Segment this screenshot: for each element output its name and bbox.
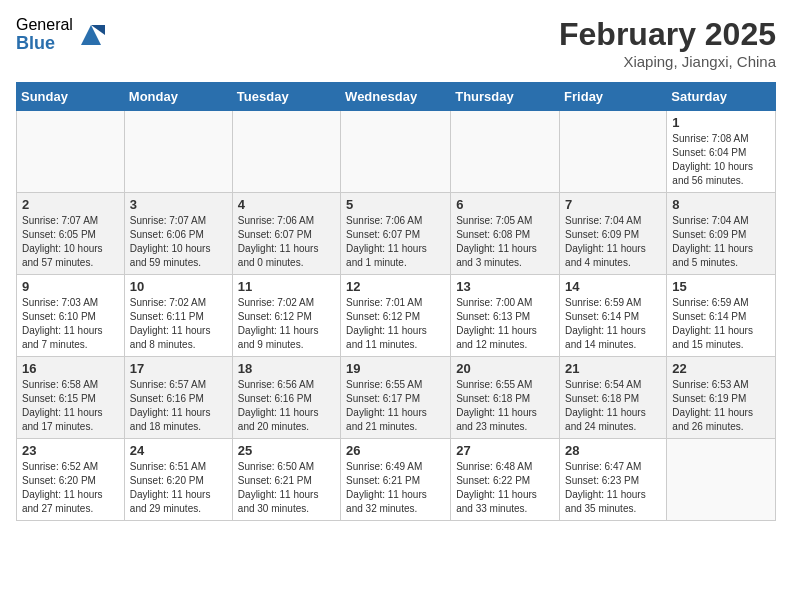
title-block: February 2025 Xiaping, Jiangxi, China [559,16,776,70]
day-info: Sunrise: 7:01 AMSunset: 6:12 PMDaylight:… [346,296,445,352]
calendar-cell: 28Sunrise: 6:47 AMSunset: 6:23 PMDayligh… [560,439,667,521]
day-number: 5 [346,197,445,212]
day-info: Sunrise: 6:55 AMSunset: 6:18 PMDaylight:… [456,378,554,434]
day-info: Sunrise: 6:56 AMSunset: 6:16 PMDaylight:… [238,378,335,434]
day-number: 6 [456,197,554,212]
day-info: Sunrise: 6:58 AMSunset: 6:15 PMDaylight:… [22,378,119,434]
calendar-cell [667,439,776,521]
calendar-cell: 16Sunrise: 6:58 AMSunset: 6:15 PMDayligh… [17,357,125,439]
day-info: Sunrise: 6:48 AMSunset: 6:22 PMDaylight:… [456,460,554,516]
logo-blue: Blue [16,34,73,54]
calendar-body: 1Sunrise: 7:08 AMSunset: 6:04 PMDaylight… [17,111,776,521]
calendar-week-row: 23Sunrise: 6:52 AMSunset: 6:20 PMDayligh… [17,439,776,521]
logo: General Blue [16,16,105,53]
calendar-cell: 21Sunrise: 6:54 AMSunset: 6:18 PMDayligh… [560,357,667,439]
day-number: 19 [346,361,445,376]
calendar-cell: 27Sunrise: 6:48 AMSunset: 6:22 PMDayligh… [451,439,560,521]
calendar-week-row: 16Sunrise: 6:58 AMSunset: 6:15 PMDayligh… [17,357,776,439]
calendar-week-row: 2Sunrise: 7:07 AMSunset: 6:05 PMDaylight… [17,193,776,275]
calendar-cell: 10Sunrise: 7:02 AMSunset: 6:11 PMDayligh… [124,275,232,357]
weekday-header: Thursday [451,83,560,111]
calendar-header: SundayMondayTuesdayWednesdayThursdayFrid… [17,83,776,111]
day-number: 13 [456,279,554,294]
calendar-cell: 18Sunrise: 6:56 AMSunset: 6:16 PMDayligh… [232,357,340,439]
day-number: 11 [238,279,335,294]
day-number: 2 [22,197,119,212]
day-number: 23 [22,443,119,458]
weekday-header: Friday [560,83,667,111]
page-header: General Blue February 2025 Xiaping, Jian… [16,16,776,70]
calendar-cell: 25Sunrise: 6:50 AMSunset: 6:21 PMDayligh… [232,439,340,521]
day-number: 4 [238,197,335,212]
calendar-cell: 11Sunrise: 7:02 AMSunset: 6:12 PMDayligh… [232,275,340,357]
day-info: Sunrise: 6:54 AMSunset: 6:18 PMDaylight:… [565,378,661,434]
day-info: Sunrise: 7:08 AMSunset: 6:04 PMDaylight:… [672,132,770,188]
day-info: Sunrise: 6:52 AMSunset: 6:20 PMDaylight:… [22,460,119,516]
day-number: 10 [130,279,227,294]
calendar-table: SundayMondayTuesdayWednesdayThursdayFrid… [16,82,776,521]
logo-general: General [16,16,73,34]
day-info: Sunrise: 6:49 AMSunset: 6:21 PMDaylight:… [346,460,445,516]
calendar-cell: 22Sunrise: 6:53 AMSunset: 6:19 PMDayligh… [667,357,776,439]
calendar-cell: 8Sunrise: 7:04 AMSunset: 6:09 PMDaylight… [667,193,776,275]
day-info: Sunrise: 7:04 AMSunset: 6:09 PMDaylight:… [565,214,661,270]
day-info: Sunrise: 7:07 AMSunset: 6:06 PMDaylight:… [130,214,227,270]
weekday-row: SundayMondayTuesdayWednesdayThursdayFrid… [17,83,776,111]
day-number: 28 [565,443,661,458]
calendar-cell [451,111,560,193]
day-number: 9 [22,279,119,294]
day-number: 27 [456,443,554,458]
weekday-header: Sunday [17,83,125,111]
day-number: 26 [346,443,445,458]
day-number: 8 [672,197,770,212]
weekday-header: Saturday [667,83,776,111]
day-number: 3 [130,197,227,212]
day-number: 25 [238,443,335,458]
calendar-cell [17,111,125,193]
day-info: Sunrise: 7:06 AMSunset: 6:07 PMDaylight:… [346,214,445,270]
day-info: Sunrise: 7:06 AMSunset: 6:07 PMDaylight:… [238,214,335,270]
day-info: Sunrise: 6:57 AMSunset: 6:16 PMDaylight:… [130,378,227,434]
day-number: 1 [672,115,770,130]
day-number: 20 [456,361,554,376]
day-info: Sunrise: 7:00 AMSunset: 6:13 PMDaylight:… [456,296,554,352]
calendar-cell: 17Sunrise: 6:57 AMSunset: 6:16 PMDayligh… [124,357,232,439]
calendar-cell: 24Sunrise: 6:51 AMSunset: 6:20 PMDayligh… [124,439,232,521]
calendar-week-row: 1Sunrise: 7:08 AMSunset: 6:04 PMDaylight… [17,111,776,193]
calendar-cell: 19Sunrise: 6:55 AMSunset: 6:17 PMDayligh… [341,357,451,439]
calendar-cell: 9Sunrise: 7:03 AMSunset: 6:10 PMDaylight… [17,275,125,357]
logo-text: General Blue [16,16,73,53]
calendar-location: Xiaping, Jiangxi, China [559,53,776,70]
day-number: 14 [565,279,661,294]
day-number: 17 [130,361,227,376]
day-info: Sunrise: 7:02 AMSunset: 6:12 PMDaylight:… [238,296,335,352]
day-info: Sunrise: 6:51 AMSunset: 6:20 PMDaylight:… [130,460,227,516]
weekday-header: Wednesday [341,83,451,111]
day-info: Sunrise: 7:05 AMSunset: 6:08 PMDaylight:… [456,214,554,270]
day-number: 12 [346,279,445,294]
day-number: 24 [130,443,227,458]
calendar-cell: 1Sunrise: 7:08 AMSunset: 6:04 PMDaylight… [667,111,776,193]
day-info: Sunrise: 6:53 AMSunset: 6:19 PMDaylight:… [672,378,770,434]
calendar-cell [560,111,667,193]
day-info: Sunrise: 6:55 AMSunset: 6:17 PMDaylight:… [346,378,445,434]
day-info: Sunrise: 7:04 AMSunset: 6:09 PMDaylight:… [672,214,770,270]
day-number: 18 [238,361,335,376]
calendar-week-row: 9Sunrise: 7:03 AMSunset: 6:10 PMDaylight… [17,275,776,357]
weekday-header: Tuesday [232,83,340,111]
day-number: 16 [22,361,119,376]
calendar-cell: 13Sunrise: 7:00 AMSunset: 6:13 PMDayligh… [451,275,560,357]
weekday-header: Monday [124,83,232,111]
calendar-cell: 23Sunrise: 6:52 AMSunset: 6:20 PMDayligh… [17,439,125,521]
calendar-cell: 20Sunrise: 6:55 AMSunset: 6:18 PMDayligh… [451,357,560,439]
calendar-cell: 15Sunrise: 6:59 AMSunset: 6:14 PMDayligh… [667,275,776,357]
calendar-cell: 26Sunrise: 6:49 AMSunset: 6:21 PMDayligh… [341,439,451,521]
calendar-title: February 2025 [559,16,776,53]
calendar-cell: 7Sunrise: 7:04 AMSunset: 6:09 PMDaylight… [560,193,667,275]
day-info: Sunrise: 6:59 AMSunset: 6:14 PMDaylight:… [672,296,770,352]
calendar-cell: 3Sunrise: 7:07 AMSunset: 6:06 PMDaylight… [124,193,232,275]
day-info: Sunrise: 7:02 AMSunset: 6:11 PMDaylight:… [130,296,227,352]
calendar-cell: 4Sunrise: 7:06 AMSunset: 6:07 PMDaylight… [232,193,340,275]
calendar-cell [232,111,340,193]
day-number: 22 [672,361,770,376]
